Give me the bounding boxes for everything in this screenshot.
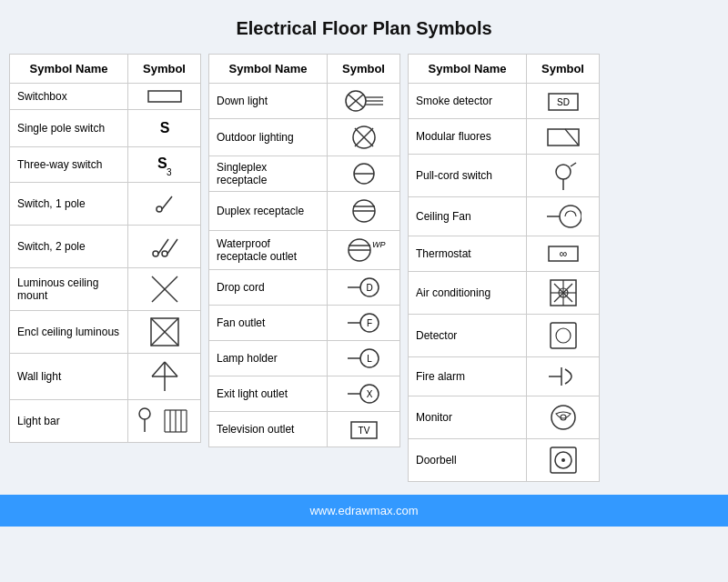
page-title: Electrical Floor Plan Symbols [236,18,491,39]
svg-point-64 [556,165,571,179]
row-symbol: S [128,110,201,147]
row-name: Fan outlet [209,306,328,341]
table-row: Fan outlet F [209,306,400,341]
row-symbol [527,272,600,315]
row-symbol [128,400,201,443]
row-symbol [128,354,201,400]
table-row: Monitor [409,396,600,439]
row-symbol [328,84,400,119]
table-2: Symbol Name Symbol Down light [208,54,400,447]
row-name: Luminous ceiling mount [10,268,128,311]
table-row: Air conditioning [409,272,600,315]
row-name: Ceiling Fan [409,197,527,236]
row-symbol [328,119,400,156]
row-name: Switch, 2 pole [10,226,128,268]
svg-text:WP: WP [372,240,386,249]
table-row: Television outlet TV [209,412,400,447]
row-name: Television outlet [209,412,328,447]
table-row: Three-way switch S 3 [10,147,201,183]
svg-line-9 [167,239,177,254]
table-row: Thermostat ∞ [409,236,600,272]
table-row: Pull-cord switch [409,155,600,197]
svg-text:D: D [366,283,372,293]
row-symbol: S 3 [128,147,201,183]
table-row: Outdoor lighting [209,119,400,156]
svg-line-66 [571,163,576,166]
row-symbol [128,84,201,110]
table-row: Modular fluores [409,119,600,155]
row-name: Outdoor lighting [209,119,328,156]
row-name: Encl ceiling luminous [10,311,128,354]
svg-point-8 [162,251,167,256]
table-1: Symbol Name Symbol Switchbox Single pole… [9,54,201,443]
row-symbol: F [328,306,400,341]
t1-col2-header: Symbol [128,55,201,84]
svg-line-63 [565,129,579,146]
row-symbol [128,226,201,268]
row-symbol: D [328,270,400,306]
svg-point-82 [561,415,566,420]
table-row: Wall light [10,354,201,400]
table-row: Encl ceiling luminous [10,311,201,354]
svg-text:∞: ∞ [559,247,567,260]
table-row: Down light [209,84,400,119]
row-symbol [527,197,600,236]
row-symbol [128,311,201,354]
row-symbol [527,155,600,197]
svg-line-5 [162,196,172,209]
row-symbol: TV [328,412,400,447]
svg-point-85 [561,458,565,462]
table-row: Lamp holder L [209,341,400,376]
svg-rect-0 [148,91,181,102]
row-symbol [527,357,600,396]
table-row: Switch, 1 pole [10,183,201,226]
table-row: Fire alarm [409,357,600,396]
row-symbol: L [328,341,400,376]
row-name: Waterproof receptacle outlet [209,231,328,270]
table-row: Switchbox [10,84,201,110]
svg-point-78 [556,328,571,343]
svg-text:TV: TV [358,426,369,436]
row-name: Down light [209,84,328,119]
row-name: Light bar [10,400,128,443]
row-name: Lamp holder [209,341,328,376]
svg-point-20 [139,408,150,419]
svg-point-81 [551,406,575,429]
row-name: Air conditioning [409,272,527,315]
svg-line-16 [152,362,165,376]
row-name: Pull-cord switch [409,155,527,197]
row-symbol [527,315,600,357]
row-name: Switchbox [10,84,128,110]
row-symbol: ∞ [527,236,600,272]
row-name: Switch, 1 pole [10,183,128,226]
t1-col1-header: Symbol Name [10,55,128,84]
row-name: Thermostat [409,236,527,272]
row-symbol: SD [527,84,600,119]
table-3: Symbol Name Symbol Smoke detector SD Mod… [408,54,600,482]
table-row: Ceiling Fan [409,197,600,236]
row-name: Doorbell [409,439,527,482]
table-row: Light bar [10,400,201,443]
table-row: Smoke detector SD [409,84,600,119]
svg-text:S: S [159,120,169,135]
row-symbol [328,156,400,192]
svg-line-17 [165,362,177,376]
svg-text:3: 3 [167,167,172,177]
row-symbol: X [328,376,400,412]
t3-col1-header: Symbol Name [409,55,527,84]
row-name: Singleplex receptacle [209,156,328,192]
footer-bar: www.edrawmax.com [0,495,728,527]
footer-text: www.edrawmax.com [309,504,418,517]
row-symbol [128,268,201,311]
table-row: Doorbell [409,439,600,482]
tables-wrapper: Symbol Name Symbol Switchbox Single pole… [9,54,719,482]
table-row: Waterproof receptacle outlet WP [209,231,400,270]
row-name: Single pole switch [10,110,128,147]
row-name: Smoke detector [409,84,527,119]
t3-col2-header: Symbol [527,55,600,84]
row-symbol [128,183,201,226]
row-name: Exit light outlet [209,376,328,412]
svg-rect-77 [551,323,576,348]
row-name: Detector [409,315,527,357]
svg-text:L: L [367,354,372,364]
